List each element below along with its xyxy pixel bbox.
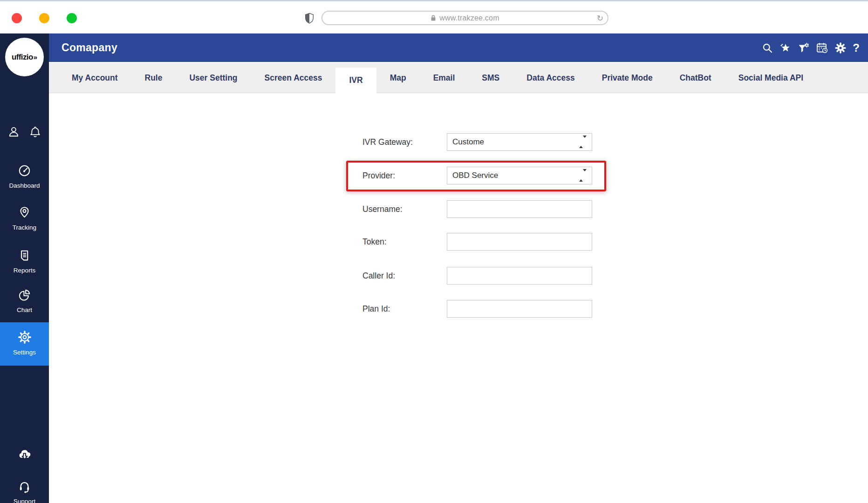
select-stepper-icon — [579, 138, 587, 146]
cloud-download-icon — [17, 455, 32, 462]
tab-ivr[interactable]: IVR — [335, 68, 376, 93]
bell-icon[interactable] — [29, 125, 41, 138]
page-title: Comapany — [62, 34, 117, 62]
headset-icon — [18, 487, 31, 495]
sidebar-item-label: Dashboard — [0, 182, 49, 189]
tab-chatbot[interactable]: ChatBot — [666, 63, 725, 93]
calendar-clock-icon[interactable] — [816, 41, 828, 54]
help-icon[interactable]: ? — [853, 41, 860, 54]
pie-chart-icon — [18, 295, 31, 303]
star-icon[interactable] — [779, 42, 791, 54]
tab-user-setting[interactable]: User Setting — [176, 63, 251, 93]
address-bar[interactable]: www.trakzee.com ↻ — [321, 11, 608, 25]
ivr-gateway-value: Custome — [447, 134, 592, 150]
sidebar-item-label: Tracking — [0, 224, 49, 231]
uffizio-logo[interactable]: uffizio» — [5, 38, 44, 76]
select-stepper-icon — [579, 171, 587, 180]
sidebar-item-dashboard[interactable]: Dashboard — [0, 164, 49, 189]
gear-icon — [18, 338, 32, 346]
window-close-button[interactable] — [12, 13, 22, 23]
tab-map[interactable]: Map — [376, 63, 420, 93]
settings-tabbar: My Account Rule User Setting Screen Acce… — [49, 63, 868, 93]
filter-gear-icon[interactable] — [797, 42, 810, 54]
url-text: www.trakzee.com — [439, 14, 499, 22]
logo-arrow: » — [34, 53, 37, 61]
token-field[interactable] — [447, 233, 592, 251]
plan-id-field[interactable] — [447, 300, 592, 318]
window-minimize-button[interactable] — [39, 13, 49, 23]
tab-social-media-api[interactable]: Social Media API — [725, 63, 817, 93]
app-window: www.trakzee.com ↻ uffizio» — [0, 0, 868, 503]
caller-id-label: Caller Id: — [362, 267, 447, 285]
gear-icon[interactable] — [834, 42, 847, 54]
username-field[interactable] — [447, 200, 592, 218]
ivr-settings-panel — [49, 93, 868, 503]
tab-data-access[interactable]: Data Access — [513, 63, 588, 93]
tab-private-mode[interactable]: Private Mode — [588, 63, 666, 93]
provider-value: OBD Service — [447, 167, 592, 184]
sidebar-item-label: Reports — [0, 267, 49, 274]
form-row-provider: Provider: OBD Service — [362, 167, 592, 184]
sidebar-item-label: Support — [0, 498, 49, 503]
speedometer-icon — [18, 171, 31, 179]
lock-icon — [431, 14, 436, 21]
tab-sms[interactable]: SMS — [468, 63, 513, 93]
form-row-ivr-gateway: IVR Gateway: Custome — [362, 133, 592, 151]
sidebar-item-tracking[interactable]: Tracking — [0, 206, 49, 231]
provider-label: Provider: — [362, 167, 447, 184]
provider-select[interactable]: OBD Service — [447, 167, 592, 184]
tab-email[interactable]: Email — [420, 63, 469, 93]
sidebar-item-label: Chart — [0, 306, 49, 313]
form-row-plan-id: Plan Id: — [362, 300, 592, 318]
tab-rule[interactable]: Rule — [131, 63, 176, 93]
shield-icon[interactable] — [304, 13, 314, 26]
tab-screen-access[interactable]: Screen Access — [251, 63, 336, 93]
plan-id-label: Plan Id: — [362, 300, 447, 318]
form-row-token: Token: — [362, 233, 592, 251]
caller-id-field[interactable] — [447, 267, 592, 285]
sidebar-item-chart[interactable]: Chart — [0, 288, 49, 313]
form-row-caller-id: Caller Id: — [362, 267, 592, 285]
logo-text: uffizio — [12, 53, 33, 62]
sidebar-item-reports[interactable]: Reports — [0, 249, 49, 274]
sidebar-item-settings[interactable]: Settings — [0, 322, 49, 366]
token-label: Token: — [362, 233, 447, 251]
map-pin-icon — [18, 213, 31, 221]
report-doc-icon — [18, 256, 31, 264]
tab-my-account[interactable]: My Account — [58, 63, 131, 93]
sidebar-cloud-download[interactable] — [0, 448, 49, 463]
sidebar-item-label: Settings — [0, 349, 49, 356]
sidebar-item-support[interactable]: Support — [0, 480, 49, 503]
username-label: Username: — [362, 200, 447, 218]
user-icon[interactable] — [7, 125, 20, 138]
ivr-gateway-label: IVR Gateway: — [362, 133, 447, 151]
form-row-username: Username: — [362, 200, 592, 218]
sidebar: uffizio» — [0, 34, 49, 503]
browser-toolbar: www.trakzee.com ↻ — [0, 0, 868, 34]
window-zoom-button[interactable] — [67, 13, 77, 23]
search-icon[interactable] — [762, 42, 773, 54]
ivr-gateway-select[interactable]: Custome — [447, 133, 592, 151]
app-header: Comapany — [49, 34, 868, 62]
reload-icon[interactable]: ↻ — [597, 13, 603, 22]
